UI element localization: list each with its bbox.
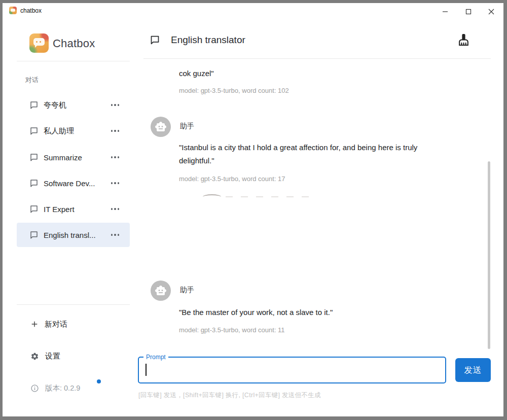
app-icon (9, 7, 17, 14)
more-menu-icon[interactable] (111, 156, 119, 158)
send-button[interactable]: 发送 (455, 358, 491, 382)
sidebar-item-it-expert[interactable]: IT Expert (17, 198, 130, 220)
message-text: "Istanbul is a city that I hold a great … (179, 141, 444, 167)
minimize-button[interactable] (438, 6, 453, 17)
chat-bubble-icon (29, 179, 39, 188)
maximize-button[interactable] (461, 6, 476, 17)
chat-bubble-icon (29, 230, 39, 239)
chatbox-logo-bubble-icon (33, 38, 45, 46)
more-menu-icon[interactable] (111, 104, 119, 106)
plus-icon (30, 320, 39, 328)
more-menu-icon[interactable] (111, 182, 119, 184)
clear-messages-button[interactable] (455, 32, 472, 49)
conversation-title-icon (150, 34, 160, 47)
sidebar-item-private-assistant[interactable]: 私人助理 (17, 120, 130, 142)
prompt-input[interactable] (144, 361, 438, 380)
header-divider (143, 58, 491, 59)
close-icon (488, 9, 494, 15)
chatbox-logo (29, 33, 49, 53)
message-role: 助手 (180, 286, 194, 295)
window-title: chatbox (20, 7, 42, 14)
chat-bubble-icon (29, 100, 39, 110)
text-caret (146, 364, 147, 376)
settings-button[interactable]: 设置 (17, 348, 130, 364)
app-name: Chatbox (53, 37, 95, 50)
chat-bubble-icon (29, 126, 39, 135)
sidebar-item-kuakuaji[interactable]: 夸夸机 (17, 94, 130, 116)
sidebar-item-summarize[interactable]: Summarize (17, 146, 130, 168)
conversation-title: English translator (171, 34, 245, 46)
fading-avatar-remnant (203, 194, 221, 199)
robot-icon (155, 285, 167, 297)
chat-bubble-icon (29, 204, 39, 214)
minimize-icon (442, 9, 448, 15)
assistant-avatar (151, 117, 171, 137)
maximize-icon (465, 9, 472, 15)
sidebar-item-label: IT Expert (44, 205, 111, 214)
sidebar-divider-bottom (17, 304, 130, 305)
version-label: 版本: 0.2.9 (45, 383, 80, 393)
message-text: "Be the master of your work, not a slave… (179, 306, 333, 319)
sidebar-divider-top (17, 61, 130, 61)
sidebar-item-label: 私人助理 (44, 126, 111, 136)
chat-bubble-icon (29, 153, 39, 162)
prompt-field-label: Prompt (143, 354, 168, 360)
cleaning-brush-icon (457, 33, 470, 46)
new-chat-label: 新对话 (45, 320, 67, 329)
prompt-field[interactable]: Prompt (138, 354, 446, 383)
app-window: chatbox Chatbox 对话 夸夸机 私人助理 Summarize So… (3, 3, 503, 416)
update-badge (97, 379, 101, 383)
new-chat-button[interactable]: 新对话 (17, 317, 130, 332)
more-menu-icon[interactable] (111, 130, 119, 131)
close-button[interactable] (484, 6, 499, 17)
keyboard-hints: [回车键] 发送，[Shift+回车键] 换行, [Ctrl+回车键] 发送但不… (138, 391, 321, 400)
sidebar-item-label: English transl... (44, 231, 111, 239)
gear-icon (30, 352, 39, 361)
version-info[interactable]: 版本: 0.2.9 (17, 380, 130, 396)
fading-text-remnant (226, 196, 317, 197)
assistant-avatar (151, 281, 171, 301)
more-menu-icon[interactable] (111, 208, 119, 209)
message-meta: model: gpt-3.5-turbo, word count: 11 (179, 326, 285, 334)
conversations-section-label: 对话 (25, 76, 39, 85)
robot-icon (155, 121, 167, 133)
message-role: 助手 (180, 122, 194, 131)
sidebar-item-software-dev[interactable]: Software Dev... (17, 172, 130, 194)
more-menu-icon[interactable] (111, 234, 119, 235)
scrollbar[interactable] (488, 161, 490, 349)
sidebar-item-label: Summarize (44, 153, 111, 162)
titlebar: chatbox (3, 3, 503, 18)
message-text: cok guzel" (179, 67, 214, 80)
sidebar-item-label: 夸夸机 (44, 100, 111, 110)
settings-label: 设置 (45, 352, 60, 361)
message-meta: model: gpt-3.5-turbo, word count: 17 (179, 175, 285, 183)
sidebar-item-english-translator[interactable]: English transl... (17, 223, 130, 247)
info-icon (30, 384, 39, 393)
message-meta: model: gpt-3.5-turbo, word count: 102 (179, 87, 289, 94)
sidebar-item-label: Software Dev... (44, 179, 111, 188)
